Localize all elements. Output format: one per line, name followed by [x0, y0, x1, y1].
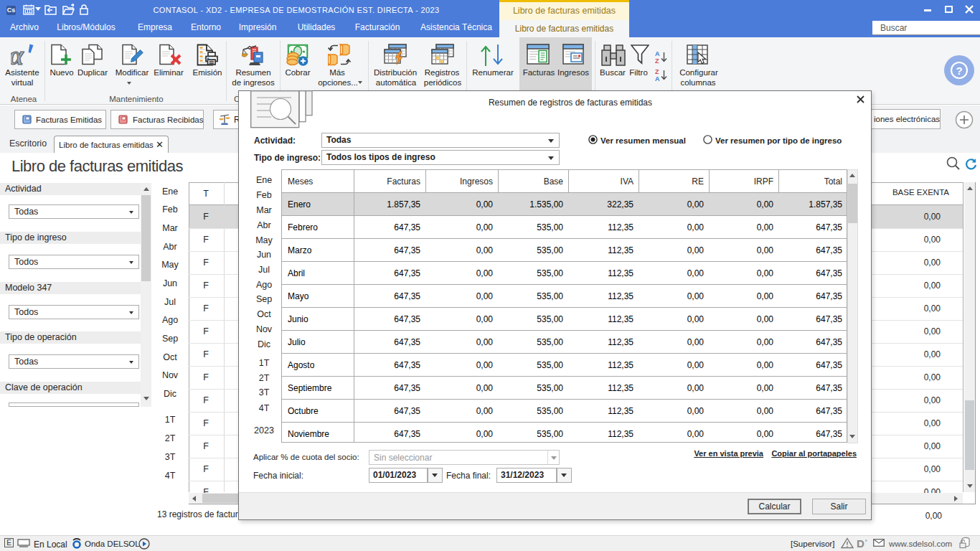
- svg-text:Z: Z: [655, 57, 659, 64]
- svg-text:A: A: [655, 50, 660, 57]
- svg-text:?: ?: [956, 65, 962, 77]
- svg-text:α: α: [11, 43, 24, 67]
